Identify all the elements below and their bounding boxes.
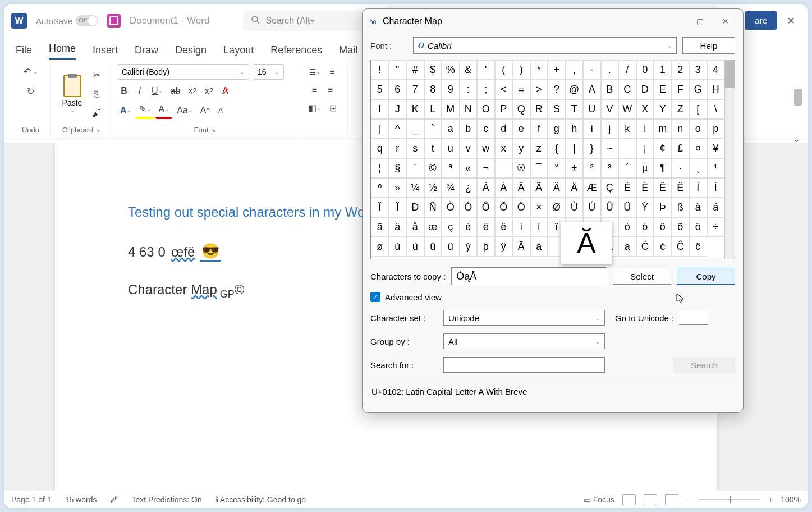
- charmap-cell[interactable]: «: [460, 158, 478, 178]
- shrink-font-button[interactable]: Aˇ: [214, 102, 229, 119]
- charmap-cell[interactable]: Á: [495, 178, 513, 198]
- charmap-cell[interactable]: h: [566, 119, 584, 139]
- charmap-cell[interactable]: Í: [707, 178, 725, 198]
- charmap-cell[interactable]: 7: [406, 80, 424, 99]
- charmap-select-button[interactable]: Select: [613, 268, 671, 285]
- charmap-cell[interactable]: \: [707, 99, 725, 119]
- charmap-cell[interactable]: x: [495, 139, 513, 158]
- charmap-cell[interactable]: $: [424, 60, 442, 80]
- redo-button[interactable]: ↻: [24, 84, 38, 99]
- charmap-cell[interactable]: í: [530, 217, 548, 237]
- charmap-cell[interactable]: D: [636, 80, 654, 99]
- charmap-cell[interactable]: ¨: [406, 158, 424, 178]
- charmap-copy-input[interactable]: [451, 267, 607, 285]
- charmap-cell[interactable]: ā: [530, 237, 548, 257]
- charmap-cell[interactable]: !: [371, 60, 389, 80]
- charmap-cell[interactable]: j: [601, 119, 619, 139]
- undo-button[interactable]: ↶ ⌄: [20, 64, 41, 79]
- charmap-copy-button[interactable]: Copy: [677, 268, 735, 285]
- zoom-slider[interactable]: [699, 499, 760, 500]
- charmap-cell[interactable]: Î: [371, 198, 389, 217]
- charmap-cell[interactable]: ø: [371, 237, 389, 257]
- charmap-minimize-button[interactable]: —: [661, 12, 687, 30]
- charmap-cell[interactable]: Ò: [442, 198, 460, 217]
- charmap-cell[interactable]: `: [424, 119, 442, 139]
- charmap-cell[interactable]: ½: [424, 178, 442, 198]
- charmap-cell[interactable]: G: [689, 80, 707, 99]
- charmap-cell[interactable]: ;: [477, 80, 495, 99]
- charmap-charset-combo[interactable]: Unicode⌄: [443, 310, 605, 326]
- charmap-cell[interactable]: ³: [601, 158, 619, 178]
- charmap-cell[interactable]: 4: [707, 60, 725, 80]
- charmap-cell[interactable]: e: [512, 119, 530, 139]
- charmap-cell[interactable]: ¥: [707, 139, 725, 158]
- font-name-combo[interactable]: Calibri (Body)⌄: [117, 64, 249, 80]
- charmap-cell[interactable]: &: [460, 60, 478, 80]
- charmap-cell[interactable]: q: [371, 139, 389, 158]
- charmap-cell[interactable]: Ç: [601, 178, 619, 198]
- charmap-groupby-combo[interactable]: All⌄: [443, 333, 605, 349]
- zoom-in-button[interactable]: +: [768, 495, 773, 504]
- charmap-cell[interactable]: K: [406, 99, 424, 119]
- charmap-cell[interactable]: ®: [512, 158, 530, 178]
- charmap-cell[interactable]: a: [442, 119, 460, 139]
- charmap-cell[interactable]: Ô: [477, 198, 495, 217]
- charmap-cell[interactable]: 0: [636, 60, 654, 80]
- charmap-cell[interactable]: O: [477, 99, 495, 119]
- charmap-cell[interactable]: ý: [460, 237, 478, 257]
- charmap-cell[interactable]: 5: [371, 80, 389, 99]
- tab-file[interactable]: File: [16, 44, 32, 60]
- charmap-font-combo[interactable]: 𝑶 Calibri⌄: [413, 37, 677, 54]
- charmap-cell[interactable]: c: [477, 119, 495, 139]
- cut-button[interactable]: ✂: [89, 67, 104, 83]
- charmap-cell[interactable]: E: [654, 80, 672, 99]
- charmap-cell[interactable]: [: [689, 99, 707, 119]
- charmap-cell[interactable]: À: [477, 178, 495, 198]
- charmap-cell[interactable]: ): [512, 60, 530, 80]
- charmap-cell[interactable]: §: [389, 158, 407, 178]
- save-icon[interactable]: [107, 14, 121, 28]
- charmap-cell[interactable]: L: [424, 99, 442, 119]
- charmap-cell[interactable]: ¹: [707, 158, 725, 178]
- charmap-cell[interactable]: Y: [654, 99, 672, 119]
- charmap-cell[interactable]: ã: [371, 217, 389, 237]
- read-mode-button[interactable]: [622, 494, 636, 505]
- charmap-cell[interactable]: Ć: [636, 237, 654, 257]
- italic-button[interactable]: I: [132, 83, 147, 98]
- copy-button[interactable]: ⎘: [89, 87, 104, 102]
- tab-insert[interactable]: Insert: [93, 44, 118, 60]
- charmap-cell[interactable]: Å: [566, 178, 584, 198]
- paste-button[interactable]: Paste ⌄: [58, 72, 87, 116]
- status-page[interactable]: Page 1 of 1: [11, 495, 52, 504]
- charmap-cell[interactable]: »: [389, 178, 407, 198]
- status-predictions[interactable]: Text Predictions: On: [131, 495, 201, 504]
- charmap-cell[interactable]: #: [406, 60, 424, 80]
- tab-draw[interactable]: Draw: [135, 44, 158, 60]
- charmap-cell[interactable]: M: [442, 99, 460, 119]
- bold-button[interactable]: B: [117, 83, 131, 98]
- subscript-button[interactable]: x2: [185, 83, 200, 98]
- charmap-cell[interactable]: @: [566, 80, 584, 99]
- charmap-titlebar[interactable]: 🗛 Character Map — ▢ ✕: [363, 9, 743, 34]
- grow-font-button[interactable]: A^: [197, 102, 213, 119]
- charmap-cell[interactable]: ]: [371, 119, 389, 139]
- charmap-cell[interactable]: v: [460, 139, 478, 158]
- zoom-out-button[interactable]: −: [686, 495, 691, 504]
- align-center-button[interactable]: ≡: [323, 83, 338, 97]
- charmap-cell[interactable]: ~: [601, 139, 619, 158]
- charmap-cell[interactable]: :: [460, 80, 478, 99]
- charmap-cell[interactable]: ß: [672, 198, 690, 217]
- charmap-cell[interactable]: p: [707, 119, 725, 139]
- charmap-cell[interactable]: 6: [389, 80, 407, 99]
- charmap-cell[interactable]: È: [618, 178, 636, 198]
- charmap-cell[interactable]: þ: [477, 237, 495, 257]
- charmap-cell[interactable]: ´: [618, 158, 636, 178]
- charmap-cell[interactable]: ¤: [689, 139, 707, 158]
- align-left-button[interactable]: ≡: [308, 83, 322, 97]
- print-layout-button[interactable]: [644, 494, 657, 505]
- charmap-cell[interactable]: Ã: [530, 178, 548, 198]
- charmap-cell[interactable]: N: [460, 99, 478, 119]
- charmap-cell[interactable]: Ü: [618, 198, 636, 217]
- charmap-cell[interactable]: Þ: [654, 198, 672, 217]
- charmap-cell[interactable]: Æ: [583, 178, 601, 198]
